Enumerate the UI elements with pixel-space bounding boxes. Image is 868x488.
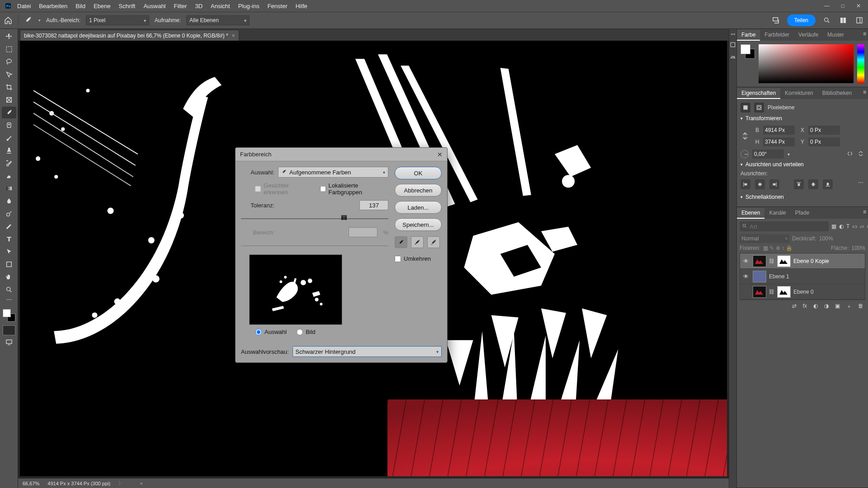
panel-toggle-icon[interactable] bbox=[854, 15, 864, 25]
tab-eigenschaften[interactable]: Eigenschaften bbox=[737, 88, 780, 99]
search-icon[interactable] bbox=[822, 15, 832, 25]
status-zoom[interactable]: 66,67% bbox=[23, 481, 39, 486]
menu-plugins[interactable]: Plug-ins bbox=[235, 3, 263, 9]
tool-brush[interactable] bbox=[2, 132, 16, 144]
save-button[interactable]: Speichern... bbox=[395, 218, 442, 231]
status-chevron-icon[interactable]: 〉 bbox=[118, 480, 123, 487]
transform-section[interactable]: ▾Transformieren bbox=[741, 115, 864, 122]
lf-group-icon[interactable]: ▣ bbox=[835, 303, 840, 310]
tool-gradient[interactable] bbox=[2, 183, 16, 194]
menu-hilfe[interactable]: Hilfe bbox=[292, 3, 311, 9]
lf-fx-icon[interactable]: fx bbox=[803, 303, 807, 310]
tool-history-brush[interactable] bbox=[2, 157, 16, 169]
layer-name-label[interactable]: Ebene 0 bbox=[793, 289, 863, 295]
panel-fgbg-swatches[interactable] bbox=[741, 44, 755, 59]
lf-mask-icon[interactable]: ◐ bbox=[813, 303, 818, 310]
props-panel-menu-icon[interactable]: ≡ bbox=[863, 89, 866, 95]
tool-eraser[interactable] bbox=[2, 170, 16, 182]
layer-visibility-icon[interactable]: 👁 bbox=[742, 273, 750, 280]
tool-zoom[interactable] bbox=[2, 284, 16, 296]
layer-name-label[interactable]: Ebene 0 Kopie bbox=[793, 258, 863, 264]
tab-pfade[interactable]: Pfade bbox=[791, 208, 814, 219]
menu-bild[interactable]: Bild bbox=[72, 3, 89, 9]
workspace-icon[interactable] bbox=[838, 15, 848, 25]
align-top-icon[interactable] bbox=[794, 179, 804, 189]
radio-auswahl[interactable]: Auswahl bbox=[255, 328, 287, 335]
menu-3d[interactable]: 3D bbox=[191, 3, 206, 9]
tool-chevron-icon[interactable]: ▾ bbox=[38, 18, 41, 23]
filter-adjust-icon[interactable]: ◐ bbox=[839, 223, 844, 230]
strip-icon-2[interactable] bbox=[730, 53, 736, 60]
tab-kanaele[interactable]: Kanäle bbox=[764, 208, 790, 219]
cloud-docs-icon[interactable] bbox=[771, 15, 781, 25]
layer-thumbnail[interactable] bbox=[753, 286, 766, 298]
radio-auswahl-input[interactable] bbox=[255, 329, 262, 335]
filter-type-icon[interactable]: T bbox=[846, 223, 849, 230]
layer-name-label[interactable]: Ebene 1 bbox=[769, 273, 863, 280]
share-button[interactable]: Teilen bbox=[787, 14, 816, 26]
screenmode-icon[interactable] bbox=[2, 336, 16, 348]
link-wh-icon[interactable] bbox=[741, 131, 750, 141]
dialog-titlebar[interactable]: Farbbereich ✕ bbox=[236, 148, 447, 161]
menu-ebene[interactable]: Ebene bbox=[90, 3, 114, 9]
h-input[interactable] bbox=[763, 137, 795, 146]
invert-checkbox-row[interactable]: Umkehren bbox=[395, 255, 442, 262]
menu-auswahl[interactable]: Auswahl bbox=[140, 3, 169, 9]
tool-stamp[interactable] bbox=[2, 145, 16, 156]
radio-bild[interactable]: Bild bbox=[297, 328, 316, 335]
tool-crop[interactable] bbox=[2, 81, 16, 93]
layers-panel-menu-icon[interactable]: ≡ bbox=[863, 209, 866, 215]
lf-new-icon[interactable]: ＋ bbox=[846, 303, 852, 310]
window-minimize-icon[interactable]: — bbox=[824, 3, 830, 9]
tab-farbfelder[interactable]: Farbfelder bbox=[760, 30, 794, 41]
layer-row[interactable]: 👁Ebene 1 bbox=[740, 269, 865, 284]
menu-schrift[interactable]: Schrift bbox=[115, 3, 139, 9]
align-vcenter-icon[interactable] bbox=[808, 179, 818, 189]
ok-button[interactable]: OK bbox=[395, 167, 442, 179]
tab-bibliotheken[interactable]: Bibliotheken bbox=[818, 88, 856, 99]
layer-thumbnail[interactable] bbox=[753, 271, 766, 282]
eyedropper-sample-icon[interactable] bbox=[395, 236, 407, 248]
lf-adjust-icon[interactable]: ◑ bbox=[824, 303, 829, 310]
invert-checkbox[interactable] bbox=[395, 256, 401, 262]
tool-frame[interactable] bbox=[2, 94, 16, 106]
tool-move[interactable] bbox=[2, 31, 16, 42]
localized-checkbox[interactable] bbox=[320, 186, 326, 192]
radio-bild-input[interactable] bbox=[297, 329, 303, 335]
angle-chevron-icon[interactable]: ▾ bbox=[788, 152, 790, 157]
cancel-button[interactable]: Abbrechen bbox=[395, 184, 442, 197]
tab-muster[interactable]: Muster bbox=[823, 30, 849, 41]
layer-thumbnail[interactable] bbox=[753, 255, 766, 267]
tool-eyedropper-icon[interactable] bbox=[24, 16, 33, 25]
color-field[interactable] bbox=[759, 44, 854, 83]
flip-horizontal-icon[interactable] bbox=[846, 150, 854, 158]
tool-type[interactable] bbox=[2, 233, 16, 245]
dialog-close-icon[interactable]: ✕ bbox=[437, 151, 443, 158]
toleranz-input[interactable] bbox=[359, 200, 388, 210]
window-close-icon[interactable]: ✕ bbox=[856, 3, 861, 9]
align-hcenter-icon[interactable] bbox=[755, 179, 765, 189]
layer-visibility-icon[interactable]: 👁 bbox=[742, 258, 750, 264]
tool-marquee[interactable] bbox=[2, 43, 16, 55]
toleranz-slider[interactable] bbox=[241, 215, 388, 223]
eyedropper-subtract-icon[interactable] bbox=[427, 236, 440, 248]
document-tab-close-icon[interactable]: × bbox=[232, 33, 235, 39]
layer-row[interactable]: 👁⛓Ebene 0 Kopie bbox=[740, 253, 865, 269]
hscroll-left-icon[interactable]: ◂ bbox=[140, 480, 142, 486]
menu-datei[interactable]: Datei bbox=[14, 3, 34, 9]
tool-path-select[interactable] bbox=[2, 246, 16, 258]
strip-icon-1[interactable] bbox=[730, 42, 736, 48]
tab-verlaeufe[interactable]: Verläufe bbox=[794, 30, 823, 41]
quick-actions-section[interactable]: ▾Schnellaktionen bbox=[741, 194, 864, 200]
align-section[interactable]: ▾Ausrichten und verteilen bbox=[741, 161, 864, 168]
align-bottom-icon[interactable] bbox=[823, 179, 833, 189]
layer-mask-thumbnail[interactable] bbox=[777, 286, 791, 298]
tab-farbe[interactable]: Farbe bbox=[737, 30, 760, 41]
align-right-icon[interactable] bbox=[769, 179, 779, 189]
tool-lasso[interactable] bbox=[2, 56, 16, 68]
angle-input[interactable] bbox=[752, 150, 784, 159]
opacity-value[interactable]: 100% bbox=[819, 235, 833, 242]
rotate-wheel-icon[interactable] bbox=[741, 150, 749, 158]
tool-heal[interactable] bbox=[2, 119, 16, 131]
tool-blur[interactable] bbox=[2, 195, 16, 207]
